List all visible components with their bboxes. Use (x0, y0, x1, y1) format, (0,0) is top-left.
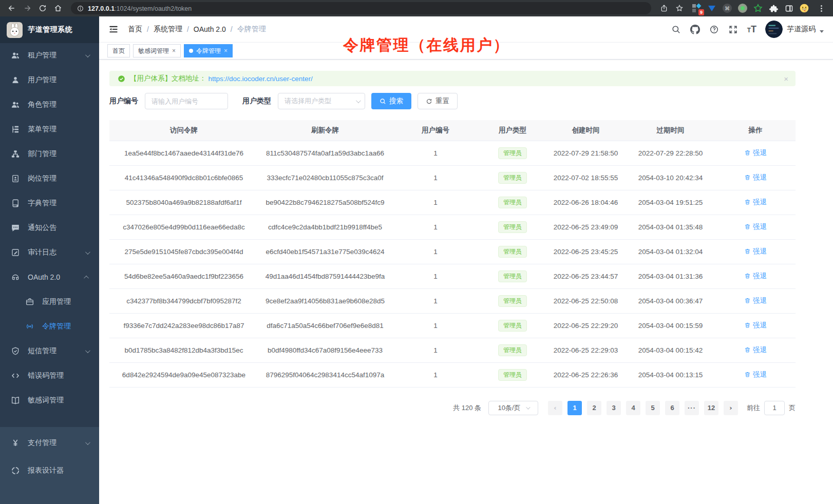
table-row: 54d6be82ee5a460a9aedc1f9bf22365649d1aa46… (109, 264, 796, 288)
page-button-1[interactable]: 1 (567, 401, 582, 415)
tab-label: 令牌管理 (196, 47, 221, 55)
blocks-extension-icon[interactable]: 9 (691, 3, 702, 13)
recorder-extension-icon[interactable] (737, 3, 748, 13)
page-size-select[interactable]: 10条/页 (488, 401, 538, 415)
browser-home-icon[interactable] (51, 2, 65, 15)
sidebar-item-dict[interactable]: 字典管理 (0, 191, 99, 216)
next-page-button[interactable]: › (724, 401, 738, 415)
force-logout-button[interactable]: 强退 (744, 321, 767, 330)
font-size-icon[interactable]: TT (747, 24, 756, 35)
chevron-down-icon (85, 440, 90, 445)
sidebar-item-oauth[interactable]: OAuth 2.0 (0, 265, 99, 289)
force-logout-button[interactable]: 强退 (744, 222, 767, 231)
command-extension-icon[interactable]: ⌘ (722, 3, 732, 13)
tab-首页[interactable]: 首页 (107, 44, 130, 57)
help-icon[interactable] (709, 24, 720, 34)
user-menu[interactable]: 芋道源码 (765, 21, 824, 38)
cell-user-type: 管理员 (479, 215, 546, 239)
page-more-button[interactable]: ··· (685, 401, 699, 415)
close-tab-icon[interactable]: × (224, 48, 228, 54)
tab-令牌管理[interactable]: 令牌管理× (184, 44, 233, 57)
sidebar-item-label: 字典管理 (28, 199, 92, 208)
gem-extension-icon[interactable] (707, 3, 717, 13)
puzzle-extension-icon[interactable] (768, 3, 779, 13)
cell-refresh-token: e6cfd40eb1f54571a31e775e039c4624 (258, 239, 392, 264)
breadcrumb-item[interactable]: OAuth 2.0 (194, 25, 226, 33)
force-logout-button[interactable]: 强退 (744, 296, 767, 305)
cell-actions: 强退 (715, 190, 796, 215)
alert-close-icon[interactable]: × (784, 74, 788, 83)
side-panel-icon[interactable] (784, 3, 794, 13)
force-logout-button[interactable]: 强退 (744, 148, 767, 158)
sidebar-item-error-code[interactable]: 错误码管理 (0, 363, 99, 388)
browser-back-icon[interactable] (5, 2, 18, 15)
force-logout-button[interactable]: 强退 (744, 198, 767, 207)
fullscreen-icon[interactable] (728, 24, 739, 34)
breadcrumb-separator: / (147, 25, 149, 33)
force-logout-button[interactable]: 强退 (744, 247, 767, 256)
sidebar-item-label: 错误码管理 (28, 371, 92, 380)
sidebar-item-role[interactable]: 角色管理 (0, 92, 99, 117)
browser-reload-icon[interactable] (36, 2, 49, 15)
username: 芋道源码 (787, 25, 816, 34)
main-area: 首页/系统管理/OAuth 2.0/令牌管理 TT 芋道源码 首页敏感词管理×令… (99, 16, 833, 504)
force-logout-button[interactable]: 强退 (744, 272, 767, 281)
sidebar-item-dept[interactable]: 部门管理 (0, 142, 99, 166)
page-buttons: 123456···12 (565, 401, 721, 415)
user-type-tag: 管理员 (498, 270, 527, 282)
sidebar-item-sms[interactable]: 短信管理 (0, 339, 99, 363)
page-button-12[interactable]: 12 (704, 401, 718, 415)
user-type-label: 用户类型 (242, 96, 271, 106)
user-type-placeholder: 请选择用户类型 (285, 96, 331, 106)
sidebar-item-notice[interactable]: 通知公告 (0, 216, 99, 240)
app-logo[interactable]: 芋道管理系统 (0, 16, 99, 43)
breadcrumb-item[interactable]: 系统管理 (154, 25, 182, 34)
sidebar-item-label: 审计日志 (28, 248, 85, 257)
user-id-input[interactable] (145, 93, 228, 109)
page-button-2[interactable]: 2 (587, 401, 601, 415)
sidebar-item-token[interactable]: 令牌管理 (0, 314, 99, 339)
page-button-3[interactable]: 3 (607, 401, 621, 415)
sidebar-item-user[interactable]: 用户管理 (0, 68, 99, 92)
sidebar-item-post[interactable]: 岗位管理 (0, 166, 99, 191)
goto-page-input[interactable] (764, 401, 785, 415)
github-icon[interactable] (690, 24, 701, 34)
sidebar-item-tenant[interactable]: 租户管理 (0, 43, 99, 68)
search-button-icon (380, 98, 386, 105)
page-button-6[interactable]: 6 (665, 401, 679, 415)
page-button-5[interactable]: 5 (646, 401, 660, 415)
force-logout-button[interactable]: 强退 (744, 345, 767, 355)
profile-avatar-icon[interactable] (799, 3, 809, 13)
sidebar-item-label: 支付管理 (28, 438, 85, 448)
sidebar-item-app[interactable]: 应用管理 (0, 289, 99, 314)
reset-button[interactable]: 重置 (418, 93, 458, 109)
user-type-select[interactable]: 请选择用户类型 (278, 93, 365, 109)
sidebar-item-sensitive-word[interactable]: 敏感词管理 (0, 388, 99, 413)
star-extension-icon[interactable] (753, 3, 763, 13)
alert-doc-link[interactable]: https://doc.iocoder.cn/user-center/ (209, 75, 313, 83)
table-row: 1ea5e44f8bc1467aaede43144f31de76811c5304… (109, 141, 796, 165)
search-icon[interactable] (671, 24, 681, 34)
address-bar[interactable]: 127.0.0.1:1024/system/oauth2/token (71, 2, 651, 14)
close-tab-icon[interactable]: × (172, 48, 176, 54)
table-row: 502375b8040a469a9b82188afdf6af1fbe90422b… (109, 190, 796, 215)
sidebar-toggle-icon[interactable] (108, 24, 119, 34)
force-logout-button[interactable]: 强退 (744, 173, 767, 182)
sidebar-item-audit[interactable]: 审计日志 (0, 240, 99, 265)
search-button[interactable]: 搜索 (371, 93, 411, 109)
cell-expire-time: 2054-03-04 01:35:48 (626, 215, 715, 239)
browser-chrome: 127.0.0.1:1024/system/oauth2/token 9 ⌘ (0, 0, 833, 16)
prev-page-button[interactable]: ‹ (548, 401, 562, 415)
tab-敏感词管理[interactable]: 敏感词管理× (133, 44, 181, 57)
bookmark-star-icon[interactable] (673, 2, 686, 15)
browser-menu-icon[interactable] (815, 2, 828, 15)
share-icon[interactable] (657, 2, 671, 15)
page-button-4[interactable]: 4 (626, 401, 640, 415)
force-logout-button[interactable]: 强退 (744, 370, 767, 379)
cell-user-id: 1 (392, 165, 479, 190)
browser-forward-icon[interactable] (21, 2, 34, 15)
sidebar-item-report[interactable]: 报表设计器 (0, 457, 99, 484)
sidebar-item-pay[interactable]: 支付管理 (0, 429, 99, 457)
breadcrumb-item[interactable]: 首页 (128, 25, 142, 34)
sidebar-item-menu-tree[interactable]: 菜单管理 (0, 117, 99, 142)
